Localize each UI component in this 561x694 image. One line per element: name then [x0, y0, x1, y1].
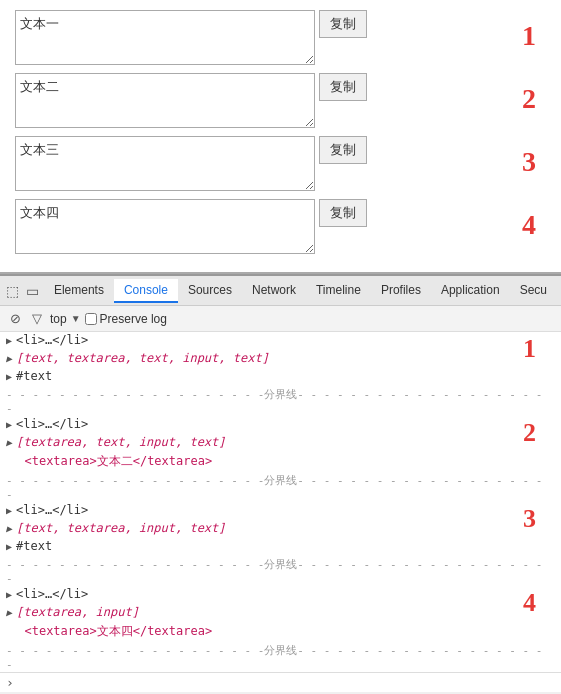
- divider-1: - - - - - - - - - - - - - - - - - - - -分…: [0, 386, 561, 416]
- divider-3: - - - - - - - - - - - - - - - - - - - -分…: [0, 556, 561, 586]
- row-number-4: 4: [522, 209, 536, 241]
- console-group-1: ▶ <li>…</li> ▶ [text, textarea, text, in…: [0, 332, 561, 386]
- preserve-log-checkbox[interactable]: [85, 313, 97, 325]
- console-line-2-2: ▶ [textarea, text, input, text]: [0, 434, 561, 452]
- filter-dropdown-arrow[interactable]: ▼: [71, 313, 81, 324]
- tab-sources[interactable]: Sources: [178, 279, 242, 303]
- tab-application[interactable]: Application: [431, 279, 510, 303]
- array-text-1-2: [text, textarea, text, input, text]: [16, 351, 269, 365]
- preserve-log-option: Preserve log: [85, 312, 167, 326]
- expand-icon-4-2[interactable]: ▶: [6, 607, 12, 618]
- clear-icon[interactable]: ⊘: [6, 310, 24, 328]
- tab-timeline[interactable]: Timeline: [306, 279, 371, 303]
- console-line-2-1: ▶ <li>…</li>: [0, 416, 561, 434]
- console-line-4-3: <textarea>文本四</textarea>: [0, 622, 561, 642]
- preserve-log-label: Preserve log: [100, 312, 167, 326]
- tag-value-2-3: <textarea>文本二</textarea>: [24, 453, 212, 470]
- textarea-demo-section: 文本一 复制 1 文本二 复制 2 文本三 复制 3 文本四 复制 4: [0, 0, 561, 274]
- console-group-2: ▶ <li>…</li> ▶ [textarea, text, input, t…: [0, 416, 561, 472]
- mobile-icon[interactable]: ▭: [24, 280, 42, 302]
- tag-text-1-1: <li>…</li>: [16, 333, 88, 347]
- tab-network[interactable]: Network: [242, 279, 306, 303]
- console-line-2-3: <textarea>文本二</textarea>: [0, 452, 561, 472]
- textarea-row-2: 文本二 复制 2: [15, 73, 546, 128]
- console-line-3-2: ▶ [text, textarea, input, text]: [0, 520, 561, 538]
- textarea-row-1: 文本一 复制 1: [15, 10, 546, 65]
- console-input-row: ›: [0, 672, 561, 692]
- console-toolbar: ⊘ ▽ top ▼ Preserve log: [0, 306, 561, 332]
- expand-icon-3-3[interactable]: ▶: [6, 541, 12, 552]
- expand-icon-1-2[interactable]: ▶: [6, 353, 12, 364]
- tag-text-4-1: <li>…</li>: [16, 587, 88, 601]
- textarea-4[interactable]: 文本四: [15, 199, 315, 254]
- indent-4-3: [6, 624, 20, 638]
- tab-console[interactable]: Console: [114, 279, 178, 303]
- console-line-4-1: ▶ <li>…</li>: [0, 586, 561, 604]
- array-text-4-2: [textarea, input]: [16, 605, 139, 619]
- copy-btn-4[interactable]: 复制: [319, 199, 367, 227]
- row-number-3: 3: [522, 146, 536, 178]
- expand-icon-1-3[interactable]: ▶: [6, 371, 12, 382]
- console-line-3-3: ▶ #text: [0, 538, 561, 556]
- expand-icon-4-1[interactable]: ▶: [6, 589, 12, 600]
- console-group-3: ▶ <li>…</li> ▶ [text, textarea, input, t…: [0, 502, 561, 556]
- array-text-3-2: [text, textarea, input, text]: [16, 521, 226, 535]
- console-line-1-2: ▶ [text, textarea, text, input, text]: [0, 350, 561, 368]
- row-number-1: 1: [522, 20, 536, 52]
- row-number-2: 2: [522, 83, 536, 115]
- textarea-row-3: 文本三 复制 3: [15, 136, 546, 191]
- expand-icon-3-2[interactable]: ▶: [6, 523, 12, 534]
- console-line-4-2: ▶ [textarea, input]: [0, 604, 561, 622]
- expand-icon-3-1[interactable]: ▶: [6, 505, 12, 516]
- indent-2-3: [6, 454, 20, 468]
- console-line-1-3: ▶ #text: [0, 368, 561, 386]
- copy-btn-3[interactable]: 复制: [319, 136, 367, 164]
- console-line-3-1: ▶ <li>…</li>: [0, 502, 561, 520]
- devtools-panel: ⬚ ▭ Elements Console Sources Network Tim…: [0, 274, 561, 692]
- divider-2: - - - - - - - - - - - - - - - - - - - -分…: [0, 472, 561, 502]
- text-text-3-3: #text: [16, 539, 52, 553]
- divider-4: - - - - - - - - - - - - - - - - - - - -分…: [0, 642, 561, 672]
- textarea-3[interactable]: 文本三: [15, 136, 315, 191]
- filter-text: top: [50, 312, 67, 326]
- text-text-1-3: #text: [16, 369, 52, 383]
- console-prompt-icon: ›: [6, 675, 14, 690]
- copy-btn-2[interactable]: 复制: [319, 73, 367, 101]
- expand-icon-2-1[interactable]: ▶: [6, 419, 12, 430]
- copy-btn-1[interactable]: 复制: [319, 10, 367, 38]
- filter-icon[interactable]: ▽: [28, 310, 46, 328]
- tab-security[interactable]: Secu: [510, 279, 557, 303]
- textarea-row-4: 文本四 复制 4: [15, 199, 546, 254]
- textarea-2[interactable]: 文本二: [15, 73, 315, 128]
- tag-text-3-1: <li>…</li>: [16, 503, 88, 517]
- inspect-icon[interactable]: ⬚: [4, 280, 22, 302]
- tab-elements[interactable]: Elements: [44, 279, 114, 303]
- devtools-tab-bar: ⬚ ▭ Elements Console Sources Network Tim…: [0, 276, 561, 306]
- console-group-4: ▶ <li>…</li> ▶ [textarea, input] <textar…: [0, 586, 561, 642]
- tab-profiles[interactable]: Profiles: [371, 279, 431, 303]
- tag-value-4-3: <textarea>文本四</textarea>: [24, 623, 212, 640]
- textarea-1[interactable]: 文本一: [15, 10, 315, 65]
- console-line-1-1: ▶ <li>…</li>: [0, 332, 561, 350]
- expand-icon-2-2[interactable]: ▶: [6, 437, 12, 448]
- expand-icon-1-1[interactable]: ▶: [6, 335, 12, 346]
- console-output: ▶ <li>…</li> ▶ [text, textarea, text, in…: [0, 332, 561, 692]
- tag-text-2-1: <li>…</li>: [16, 417, 88, 431]
- array-text-2-2: [textarea, text, input, text]: [16, 435, 226, 449]
